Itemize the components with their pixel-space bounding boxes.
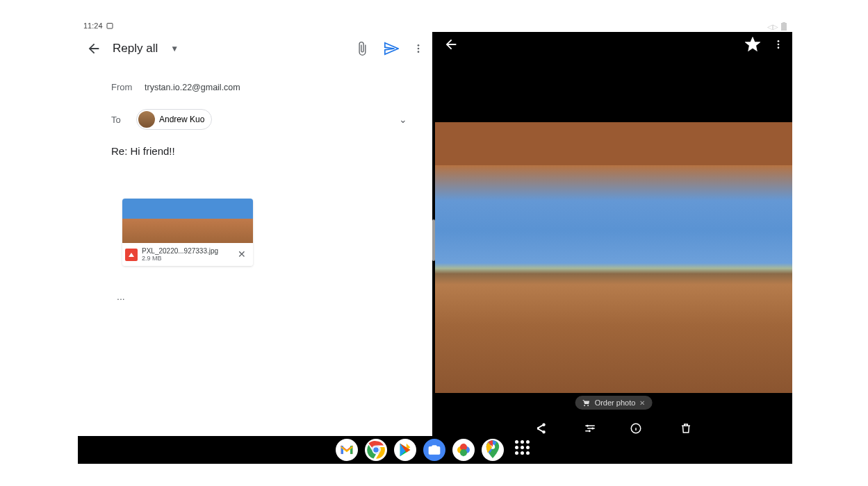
- attachment-card[interactable]: PXL_20220...927333.jpg 2.9 MB ✕: [122, 199, 253, 266]
- svg-point-7: [778, 44, 780, 46]
- taskbar-maps-icon[interactable]: [482, 439, 504, 461]
- status-time: 11:24: [83, 22, 103, 30]
- attachment-filename: PXL_20220...927333.jpg: [142, 247, 234, 255]
- more-vert-icon[interactable]: [413, 41, 424, 56]
- svg-point-9: [587, 425, 589, 427]
- svg-point-4: [418, 48, 420, 50]
- battery-icon: [781, 22, 787, 31]
- svg-point-11: [589, 430, 591, 432]
- photo-viewport[interactable]: [435, 122, 792, 393]
- attach-icon[interactable]: [354, 41, 370, 56]
- signal-icon: ◁▷: [767, 23, 778, 31]
- svg-point-6: [778, 40, 780, 42]
- expand-recipients-icon[interactable]: ⌄: [399, 114, 407, 125]
- order-photo-chip[interactable]: Order photo ✕: [575, 396, 653, 410]
- taskbar-gmail-icon[interactable]: [336, 439, 358, 461]
- from-value[interactable]: trystan.io.22@gmail.com: [145, 83, 240, 92]
- info-icon: [630, 422, 642, 435]
- subject-field[interactable]: Re: Hi friend!!: [111, 145, 407, 157]
- photos-more-vert-icon[interactable]: [773, 37, 784, 55]
- calendar-notification-icon: [106, 22, 114, 30]
- share-icon: [534, 422, 547, 435]
- send-icon[interactable]: [384, 41, 399, 56]
- compose-title[interactable]: Reply all: [113, 42, 158, 56]
- dismiss-chip-icon[interactable]: ✕: [639, 399, 645, 407]
- recipient-chip[interactable]: Andrew Kuo: [136, 109, 212, 130]
- back-arrow-icon[interactable]: [86, 41, 101, 56]
- svg-point-3: [418, 44, 420, 47]
- remove-attachment-icon[interactable]: ✕: [238, 249, 250, 261]
- svg-point-8: [778, 47, 780, 49]
- svg-point-19: [460, 449, 467, 456]
- image-file-icon: [125, 249, 138, 261]
- recipient-name: Andrew Kuo: [159, 115, 204, 124]
- to-label: To: [111, 115, 128, 125]
- taskbar-chrome-icon[interactable]: [365, 439, 387, 461]
- gmail-compose-pane: Reply all ▼ From trystan.io.22@gmail.com…: [78, 32, 432, 449]
- favorite-star-icon[interactable]: [745, 37, 760, 56]
- edit-icon: [584, 422, 596, 435]
- avatar: [138, 111, 155, 128]
- photos-back-icon[interactable]: [443, 37, 459, 56]
- taskbar-photos-icon[interactable]: [452, 439, 475, 461]
- svg-rect-1: [781, 23, 787, 31]
- attachment-size: 2.9 MB: [142, 255, 234, 262]
- reply-mode-dropdown-icon[interactable]: ▼: [170, 44, 179, 53]
- svg-point-5: [418, 51, 420, 53]
- order-chip-label: Order photo: [595, 399, 636, 407]
- quoted-text-toggle[interactable]: ...: [117, 291, 407, 302]
- taskbar: [78, 436, 792, 464]
- app-drawer-icon[interactable]: [515, 440, 534, 460]
- from-label: From: [111, 82, 136, 92]
- svg-rect-2: [783, 22, 785, 23]
- svg-rect-0: [107, 24, 113, 29]
- status-bar: 11:24 ◁▷: [78, 19, 792, 32]
- photos-viewer-pane: Order photo ✕ Share Edit Info: [435, 32, 792, 449]
- trash-icon: [680, 422, 692, 435]
- svg-point-15: [372, 446, 379, 453]
- taskbar-camera-icon[interactable]: [423, 439, 445, 461]
- cart-icon: [582, 399, 591, 407]
- svg-point-10: [591, 428, 593, 430]
- attachment-thumbnail: [122, 199, 253, 243]
- taskbar-play-store-icon[interactable]: [394, 439, 416, 461]
